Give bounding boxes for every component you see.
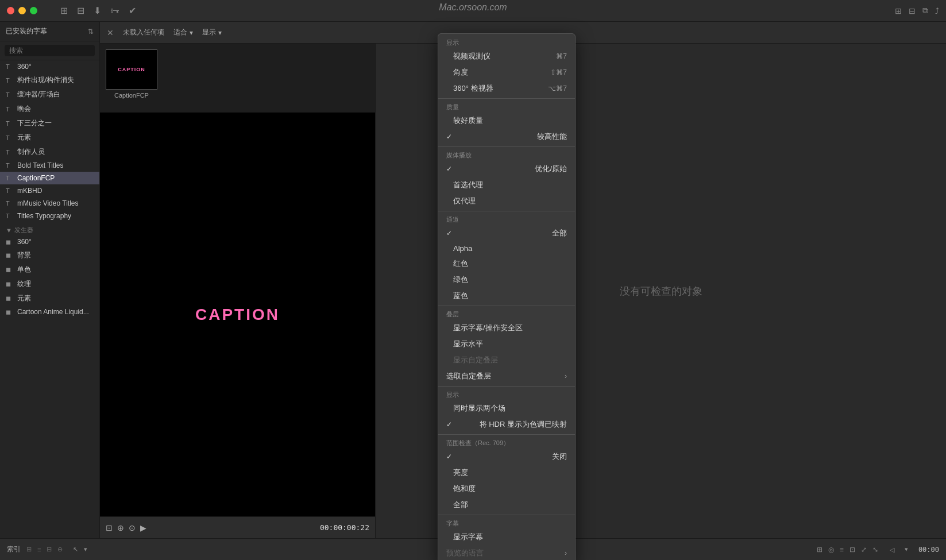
menu-item-saturation[interactable]: 饱和度 (438, 481, 575, 497)
menu-item-select-custom-overlay[interactable]: 选取自定叠层 › (438, 368, 575, 384)
divider-3 (438, 211, 575, 211)
menu-item-green[interactable]: 绿色 (438, 272, 575, 288)
menu-item-blue[interactable]: 蓝色 (438, 288, 575, 304)
divider-7 (438, 515, 575, 515)
display-dropdown-menu: 显示 视频观测仪 ⌘7 角度 ⇧⌘7 360° 检视器 ⌥⌘7 质量 较好质量 … (438, 33, 576, 560)
menu-item-red[interactable]: 红色 (438, 256, 575, 272)
menu-item-safe-zones[interactable]: 显示字幕/操作安全区 (438, 320, 575, 336)
menu-section-display2: 显示 (438, 388, 575, 400)
menu-section-caption: 字幕 (438, 517, 575, 529)
dropdown-overlay[interactable]: 显示 视频观测仪 ⌘7 角度 ⇧⌘7 360° 检视器 ⌥⌘7 质量 较好质量 … (0, 0, 946, 560)
menu-item-better-quality[interactable]: 较好质量 (438, 113, 575, 129)
menu-section-media: 媒体播放 (438, 149, 575, 161)
menu-section-display: 显示 (438, 36, 575, 48)
menu-section-quality: 质量 (438, 101, 575, 113)
menu-item-360-viewer[interactable]: 360° 检视器 ⌥⌘7 (438, 80, 575, 96)
menu-section-scope: 范围检查（Rec. 709） (438, 437, 575, 449)
shortcut-angle: ⇧⌘7 (550, 68, 567, 76)
menu-item-show-captions[interactable]: 显示字幕 (438, 529, 575, 545)
menu-item-scope-all[interactable]: 全部 (438, 497, 575, 513)
arrow-icon-lang: › (565, 549, 567, 557)
menu-item-better-performance[interactable]: 较高性能 (438, 129, 575, 145)
menu-item-luma[interactable]: 亮度 (438, 465, 575, 481)
menu-item-angle[interactable]: 角度 ⇧⌘7 (438, 64, 575, 80)
menu-item-all-channel[interactable]: 全部 (438, 225, 575, 241)
menu-item-optimize[interactable]: 优化/原始 (438, 161, 575, 177)
menu-item-custom-overlay-label: 显示自定叠层 (438, 352, 575, 368)
shortcut-360: ⌥⌘7 (548, 84, 567, 92)
menu-item-two-fields[interactable]: 同时显示两个场 (438, 400, 575, 416)
menu-item-preview-language[interactable]: 预览的语言 › (438, 545, 575, 560)
menu-item-hdr[interactable]: 将 HDR 显示为色调已映射 (438, 416, 575, 432)
menu-item-proxy-only[interactable]: 仅代理 (438, 193, 575, 209)
divider-5 (438, 386, 575, 387)
menu-section-overlay: 叠层 (438, 308, 575, 320)
menu-item-video-scope[interactable]: 视频观测仪 ⌘7 (438, 48, 575, 64)
divider-1 (438, 98, 575, 99)
divider-4 (438, 306, 575, 306)
menu-item-alpha[interactable]: Alpha (438, 241, 575, 256)
menu-item-show-horizon[interactable]: 显示水平 (438, 336, 575, 352)
menu-section-channel: 通道 (438, 213, 575, 225)
menu-item-proxy[interactable]: 首选代理 (438, 177, 575, 193)
divider-2 (438, 146, 575, 147)
shortcut-video-scope: ⌘7 (556, 52, 567, 60)
menu-item-scope-off[interactable]: 关闭 (438, 449, 575, 465)
divider-6 (438, 434, 575, 435)
arrow-icon: › (565, 372, 567, 380)
